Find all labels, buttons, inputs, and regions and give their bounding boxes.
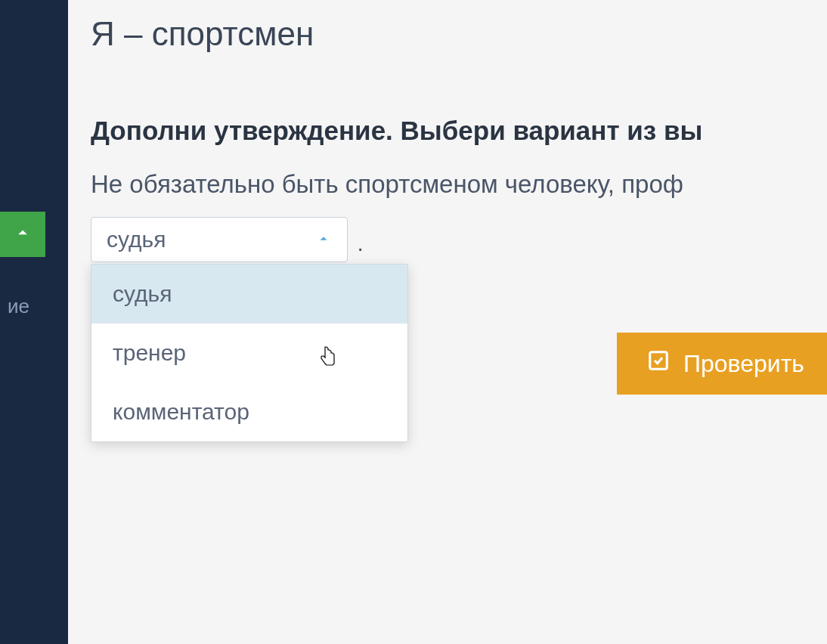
sidebar-partial-label: ие (0, 295, 29, 318)
chevron-up-icon (12, 222, 33, 246)
check-button[interactable]: Проверить (617, 333, 827, 395)
sidebar: ие (0, 0, 68, 644)
question-text: Не обязательно быть спортсменом человеку… (91, 167, 827, 202)
dropdown-menu: судья тренер комментатор (91, 264, 408, 442)
dropdown-selected-value: судья (107, 227, 166, 252)
check-button-label: Проверить (683, 350, 804, 378)
dropdown-option-0[interactable]: судья (91, 265, 407, 324)
main-content: Я – спортсмен Дополни утверждение. Выбер… (68, 0, 827, 644)
task-instruction: Дополни утверждение. Выбери вариант из в… (91, 113, 827, 148)
dropdown-option-2[interactable]: комментатор (91, 382, 407, 441)
sentence-period: . (357, 231, 363, 255)
check-icon (647, 349, 670, 378)
sidebar-toggle-button[interactable] (0, 212, 45, 257)
dropdown-option-1[interactable]: тренер (91, 324, 407, 382)
page-title: Я – спортсмен (91, 15, 827, 53)
chevron-up-icon (315, 227, 332, 252)
dropdown-container: судья судья тренер комментатор (91, 217, 348, 262)
dropdown-select[interactable]: судья (91, 217, 348, 262)
